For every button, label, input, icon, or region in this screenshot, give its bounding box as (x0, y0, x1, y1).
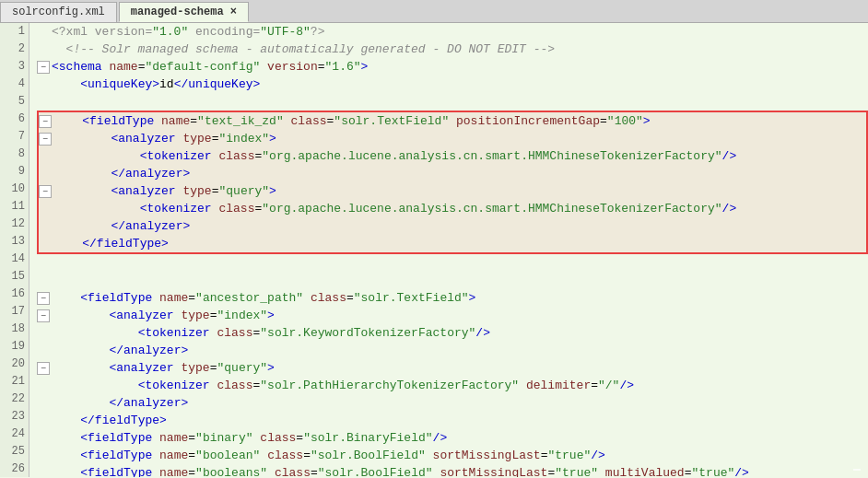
line-number: 18 (4, 321, 25, 338)
code-line (37, 93, 868, 111)
code-line: <tokenizer class="org.apache.lucene.anal… (37, 147, 868, 165)
code-line: </analyzer> (37, 165, 868, 182)
code-text: <fieldType name="boolean" class="solr.Bo… (52, 447, 868, 464)
line-number: 19 (4, 338, 25, 356)
fold-button[interactable]: − (39, 185, 52, 198)
line-number: 13 (4, 233, 25, 251)
line-number: 20 (4, 356, 25, 373)
line-number: 10 (4, 181, 25, 198)
code-text: <?xml version="1.0" encoding="UTF-8"?> (52, 23, 868, 41)
code-text: <fieldType name="booleans" class="solr.B… (52, 464, 868, 477)
code-line: −<schema name="default-config" version="… (37, 58, 868, 76)
code-text: <analyzer type="query"> (52, 359, 868, 377)
code-line: <tokenizer class="org.apache.lucene.anal… (37, 200, 868, 217)
code-text: <uniqueKey>id</uniqueKey> (52, 76, 868, 93)
code-text: </analyzer> (52, 394, 868, 412)
code-line: </analyzer> (37, 394, 868, 412)
code-line (37, 272, 868, 289)
code-area[interactable]: <?xml version="1.0" encoding="UTF-8"?> <… (29, 23, 868, 477)
fold-button[interactable]: − (39, 133, 52, 146)
line-number: 11 (4, 198, 25, 216)
code-line: <tokenizer class="solr.PathHierarchyToke… (37, 377, 868, 394)
code-text: </analyzer> (53, 217, 866, 235)
code-text: <tokenizer class="org.apache.lucene.anal… (53, 200, 866, 217)
line-number: 2 (4, 41, 25, 58)
line-number: 16 (4, 286, 25, 303)
line-number: 25 (4, 443, 25, 461)
line-number: 26 (4, 461, 25, 477)
line-number: 4 (4, 76, 25, 93)
editor: 1234567891011121314151617181920212223242… (0, 23, 868, 477)
code-text: <tokenizer class="solr.KeywordTokenizerF… (52, 324, 868, 342)
code-line: <fieldType name="binary" class="solr.Bin… (37, 429, 868, 447)
code-line: − <fieldType name="text_ik_zd" class="so… (37, 111, 868, 130)
code-line: <fieldType name="boolean" class="solr.Bo… (37, 447, 868, 464)
code-line: − <analyzer type="index"> (37, 130, 868, 147)
code-text: <fieldType name="text_ik_zd" class="solr… (53, 112, 866, 130)
code-text: <schema name="default-config" version="1… (52, 58, 868, 76)
line-number: 9 (4, 163, 25, 181)
code-line: <fieldType name="booleans" class="solr.B… (37, 464, 868, 477)
line-number: 24 (4, 426, 25, 443)
line-number: 14 (4, 251, 25, 268)
line-number: 6 (4, 111, 25, 128)
code-text: </analyzer> (53, 165, 866, 182)
code-text: </fieldType> (52, 412, 868, 429)
code-line: − <fieldType name="ancestor_path" class=… (37, 289, 868, 307)
code-line: − <analyzer type="index"> (37, 307, 868, 324)
fold-button[interactable]: − (37, 61, 50, 74)
code-line: <!-- Solr managed schema - automatically… (37, 41, 868, 58)
fold-button[interactable]: − (37, 292, 50, 305)
code-line: − <analyzer type="query"> (37, 359, 868, 377)
code-line: − <analyzer type="query"> (37, 182, 868, 200)
code-text: <tokenizer class="solr.PathHierarchyToke… (52, 377, 868, 394)
code-text: <fieldType name="ancestor_path" class="s… (52, 289, 868, 307)
code-text: <tokenizer class="org.apache.lucene.anal… (53, 147, 866, 165)
code-text: <analyzer type="index"> (53, 130, 866, 147)
tab-bar: solrconfig.xml managed-schema × (0, 0, 868, 23)
line-number: 21 (4, 373, 25, 391)
code-line: <?xml version="1.0" encoding="UTF-8"?> (37, 23, 868, 41)
code-text: <!-- Solr managed schema - automatically… (52, 41, 868, 58)
line-number: 15 (4, 268, 25, 286)
tab-managed-schema[interactable]: managed-schema × (119, 2, 249, 22)
fold-button[interactable]: − (37, 309, 50, 322)
fold-button[interactable]: − (37, 362, 50, 375)
line-number: 3 (4, 58, 25, 76)
code-line: <tokenizer class="solr.KeywordTokenizerF… (37, 324, 868, 342)
tab-solrconfig[interactable]: solrconfig.xml (0, 2, 117, 22)
line-number: 7 (4, 128, 25, 146)
line-number: 17 (4, 303, 25, 321)
line-number: 1 (4, 23, 25, 41)
line-numbers: 1234567891011121314151617181920212223242… (0, 23, 29, 477)
line-number: 5 (4, 93, 25, 111)
line-number: 22 (4, 391, 25, 408)
code-line (37, 254, 868, 272)
code-text: </fieldType> (53, 235, 866, 252)
line-number: 12 (4, 216, 25, 233)
code-text: <analyzer type="query"> (53, 182, 866, 200)
line-number: 8 (4, 146, 25, 163)
code-text: <fieldType name="binary" class="solr.Bin… (52, 429, 868, 447)
fold-button[interactable]: − (39, 115, 52, 128)
code-line: </fieldType> (37, 412, 868, 429)
code-text: <analyzer type="index"> (52, 307, 868, 324)
code-text: </analyzer> (52, 342, 868, 359)
code-line: <uniqueKey>id</uniqueKey> (37, 76, 868, 93)
code-line: </fieldType> (37, 235, 868, 254)
watermark (853, 469, 861, 471)
code-line: </analyzer> (37, 342, 868, 359)
line-number: 23 (4, 408, 25, 426)
code-line: </analyzer> (37, 217, 868, 235)
